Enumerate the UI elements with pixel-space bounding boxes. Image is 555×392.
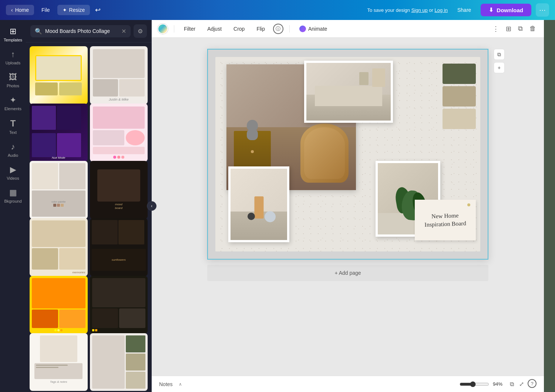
template-card[interactable] — [30, 46, 88, 104]
save-text: To save your design Sign up or Log in — [367, 7, 448, 13]
template-card[interactable]: Justin & Mike — [90, 46, 148, 104]
add-page-label: + Add page — [334, 270, 361, 276]
color-swatch-mid — [443, 86, 476, 107]
zoom-control: 94% — [460, 381, 502, 387]
template-card[interactable]: moodboard — [90, 161, 148, 219]
search-input-wrap: 🔍 ✕ — [30, 25, 131, 37]
file-button[interactable]: File — [37, 5, 54, 15]
crop-button[interactable]: Crop — [230, 24, 248, 34]
right-strip — [544, 20, 555, 392]
template-card[interactable] — [30, 276, 88, 334]
living-room-photo[interactable] — [304, 61, 393, 123]
photos-label: Photos — [7, 84, 19, 88]
note-card[interactable]: New HomeInspiration Board — [415, 200, 476, 240]
zoom-slider[interactable] — [460, 381, 489, 387]
fit-page-button[interactable]: ⧉ — [508, 379, 515, 389]
template-card[interactable] — [90, 333, 148, 391]
sidebar-item-photos[interactable]: 🖼 Photos — [1, 70, 24, 91]
bath-photo[interactable] — [228, 166, 289, 242]
canvas-scroll[interactable]: ⧉ + — [152, 38, 544, 376]
background-label: Bkground — [4, 199, 21, 203]
filter-button[interactable]: Filter — [180, 24, 199, 34]
bottom-bar: Notes ∧ 94% ⧉ ⤢ ? — [152, 376, 544, 392]
color-swatch-dark — [443, 64, 476, 84]
template-card[interactable]: Tags & notes — [30, 333, 88, 391]
videos-label: Videos — [7, 176, 19, 180]
canvas-page-wrapper: ⧉ + — [207, 49, 488, 281]
sidebar-item-templates[interactable]: ⊞ Templates — [1, 24, 24, 45]
toolbar-right: ⋮ ⊞ ⧉ 🗑 — [491, 23, 538, 35]
canvas-page[interactable]: New HomeInspiration Board — [207, 49, 488, 260]
info-button[interactable]: ⓘ — [273, 24, 283, 34]
sidebar-item-background[interactable]: ▦ Bkground — [1, 185, 24, 206]
template-card[interactable] — [90, 276, 148, 334]
canvas-inner: New HomeInspiration Board — [215, 57, 480, 251]
copy-button[interactable]: ⧉ — [516, 23, 525, 35]
share-button[interactable]: Share — [452, 5, 476, 15]
audio-icon: ♪ — [11, 142, 15, 152]
resize-button[interactable]: ✦ Resize — [57, 5, 90, 15]
canvas-toolbar: Filter Adjust Crop Flip ⓘ Animate ⋮ ⊞ ⧉ … — [152, 20, 544, 38]
add-page-button[interactable]: + — [494, 62, 505, 73]
top-nav: ‹ Home File ✦ Resize ↩ To save your desi… — [0, 0, 555, 20]
template-card[interactable]: color palette — [30, 161, 88, 219]
videos-icon: ▶ — [10, 165, 16, 175]
template-card[interactable]: Nuit Mode — [30, 104, 88, 162]
photos-icon: 🖼 — [9, 72, 17, 82]
sidebar-item-uploads[interactable]: ↑ Uploads — [1, 47, 24, 68]
add-page-bar[interactable]: + Add page — [207, 265, 488, 281]
zoom-percentage: 94% — [493, 381, 502, 387]
flip-button[interactable]: Flip — [253, 24, 269, 34]
search-bar: 🔍 ✕ ⚙ — [26, 20, 151, 43]
sidebar-item-elements[interactable]: ✦ Elements — [1, 92, 24, 114]
download-icon: ⬇ — [489, 7, 494, 13]
toolbar-separator — [174, 25, 174, 33]
search-clear-icon[interactable]: ✕ — [121, 28, 126, 35]
template-card[interactable]: memories — [30, 218, 88, 276]
main-layout: ⊞ Templates ↑ Uploads 🖼 Photos ✦ Element… — [0, 20, 555, 392]
sidebar-icons: ⊞ Templates ↑ Uploads 🖼 Photos ✦ Element… — [0, 20, 26, 392]
sidebar-item-text[interactable]: T Text — [1, 115, 24, 138]
search-icon: 🔍 — [35, 28, 42, 35]
notes-up-arrow: ∧ — [179, 382, 182, 387]
filter-button[interactable]: ⚙ — [134, 24, 147, 38]
uploads-label: Uploads — [6, 61, 20, 65]
collapse-panel-button[interactable]: ‹ — [147, 201, 157, 211]
resize-label: Resize — [69, 7, 85, 13]
adjust-button[interactable]: Adjust — [204, 24, 225, 34]
template-card[interactable] — [90, 104, 148, 162]
more-options-button[interactable]: ⋯ — [536, 3, 549, 17]
view-buttons: ⧉ ⤢ ? — [508, 379, 536, 389]
toolbar-separator — [289, 25, 290, 33]
more-toolbar-icon[interactable]: ⋮ — [491, 23, 501, 35]
background-icon: ▦ — [9, 188, 17, 197]
search-input[interactable] — [45, 28, 118, 34]
back-arrow-icon: ‹ — [11, 7, 13, 13]
resize-icon: ✦ — [63, 7, 67, 13]
animate-icon — [299, 26, 306, 32]
sidebar-item-videos[interactable]: ▶ Videos — [1, 162, 24, 183]
nav-right: To save your design Sign up or Log in Sh… — [367, 3, 549, 17]
home-button[interactable]: ‹ Home — [6, 5, 34, 15]
fullscreen-button[interactable]: ⤢ — [518, 379, 525, 389]
sidebar-item-audio[interactable]: ♪ Audio — [1, 139, 24, 160]
templates-panel: 🔍 ✕ ⚙ — [26, 20, 152, 392]
delete-button[interactable]: 🗑 — [528, 23, 538, 35]
note-text: New HomeInspiration Board — [424, 211, 467, 229]
signup-link[interactable]: Sign up — [411, 7, 428, 13]
color-wheel[interactable] — [158, 24, 168, 34]
notes-button[interactable]: Notes — [159, 381, 173, 387]
animate-button[interactable]: Animate — [296, 24, 331, 34]
template-card[interactable]: sunflowers — [90, 218, 148, 276]
help-button[interactable]: ? — [528, 379, 536, 388]
templates-grid: Justin & Mike Nuit Mode — [26, 43, 151, 392]
download-button[interactable]: ⬇ Download — [481, 4, 531, 16]
templates-label: Templates — [4, 38, 22, 42]
nav-left: ‹ Home File ✦ Resize ↩ — [6, 4, 103, 16]
undo-button[interactable]: ↩ — [93, 4, 103, 16]
login-link[interactable]: Log in — [435, 7, 448, 13]
grid-view-button[interactable]: ⊞ — [504, 23, 513, 35]
uploads-icon: ↑ — [11, 50, 15, 59]
audio-label: Audio — [8, 153, 18, 158]
duplicate-page-button[interactable]: ⧉ — [494, 49, 505, 60]
